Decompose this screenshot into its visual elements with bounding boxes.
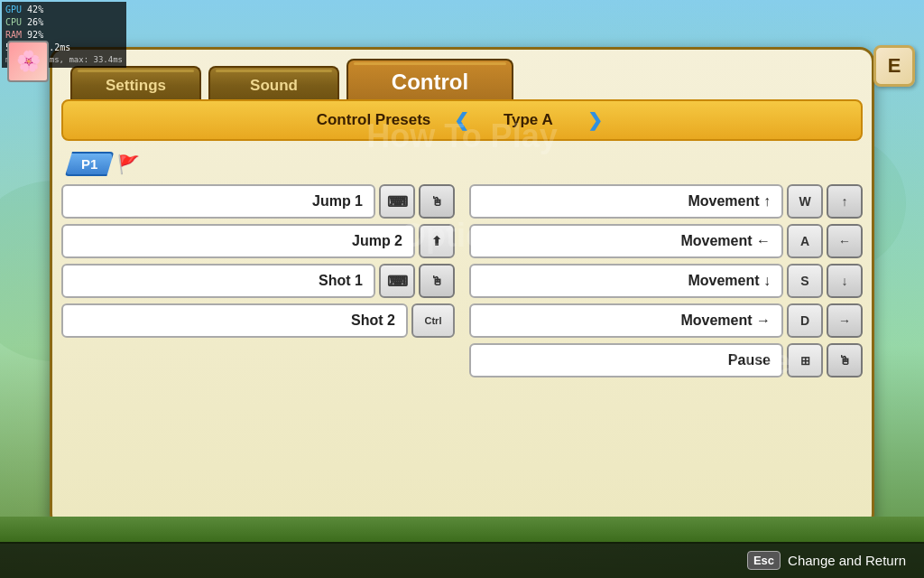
control-jump1-key2[interactable]: 🖱: [419, 184, 455, 219]
preset-right-arrow[interactable]: ❯: [582, 107, 607, 133]
control-pause-key2[interactable]: 🖱: [827, 343, 863, 378]
control-jump2-key1[interactable]: ⬆: [419, 224, 455, 258]
control-move-left-name: Movement ←: [469, 224, 783, 258]
control-jump1-name: Jump 1: [61, 184, 375, 219]
control-move-up: Movement ↑ W ↑: [469, 182, 863, 221]
control-jump1: Jump 1 ⌨ 🖱: [61, 182, 455, 221]
control-shot1-key1[interactable]: ⌨: [379, 264, 415, 298]
bottom-bar-action: Change and Return: [788, 553, 906, 568]
control-move-down-name: Movement ↓: [469, 264, 783, 298]
preset-value: Type A: [492, 111, 564, 129]
esc-badge: Esc: [747, 551, 781, 570]
tab-sound[interactable]: Sound: [208, 66, 339, 104]
avatar: 🌸: [7, 41, 49, 82]
preset-left-arrow[interactable]: ❮: [448, 107, 474, 133]
tab-settings[interactable]: Settings: [70, 66, 201, 104]
control-shot2-name: Shot 2: [61, 303, 408, 338]
panel-content: How To Play Options Title Control Preset…: [61, 99, 863, 517]
control-move-right-key1[interactable]: D: [787, 303, 823, 338]
control-jump2-name: Jump 2: [61, 224, 415, 258]
controls-grid: Jump 1 ⌨ 🖱 Jump 2 ⬆: [61, 182, 863, 380]
presets-bar: Control Presets ❮ Type A ❯: [61, 99, 863, 141]
tab-control[interactable]: Control: [346, 59, 513, 104]
p1-badge: P1: [65, 152, 114, 176]
presets-label: Control Presets: [317, 111, 431, 129]
control-pause-name: Pause: [469, 343, 783, 378]
control-move-left-key1[interactable]: A: [787, 224, 823, 258]
control-move-up-key2[interactable]: ↑: [827, 184, 863, 219]
control-move-down: Movement ↓ S ↓: [469, 261, 863, 301]
control-pause-key1[interactable]: ⊞: [787, 343, 823, 378]
control-jump2: Jump 2 ⬆: [61, 221, 455, 261]
control-move-up-key1[interactable]: W: [787, 184, 823, 219]
main-panel: Settings Sound Control How To Play Optio…: [50, 47, 874, 528]
tabs-container: Settings Sound Control: [52, 50, 872, 104]
control-move-down-key2[interactable]: ↓: [827, 264, 863, 298]
e-button[interactable]: E: [873, 45, 915, 87]
bottom-bar: Esc Change and Return: [0, 542, 924, 578]
p1-label-container: P1 🚩: [65, 152, 863, 176]
control-move-down-key1[interactable]: S: [787, 264, 823, 298]
grass-decoration: [0, 517, 924, 544]
control-move-left-key2[interactable]: ←: [827, 224, 863, 258]
control-jump1-key1[interactable]: ⌨: [379, 184, 415, 219]
control-move-right-name: Movement →: [469, 303, 783, 338]
control-move-right-key2[interactable]: →: [827, 303, 863, 338]
control-pause: Pause ⊞ 🖱: [469, 340, 863, 380]
control-move-up-name: Movement ↑: [469, 184, 783, 219]
controls-left-column: Jump 1 ⌨ 🖱 Jump 2 ⬆: [61, 182, 455, 380]
control-shot1-name: Shot 1: [61, 264, 375, 298]
controls-right-column: Movement ↑ W ↑ Movement ← A ← Moveme: [469, 182, 863, 380]
control-shot1-key2[interactable]: 🖱: [419, 264, 455, 298]
control-shot2-key1[interactable]: Ctrl: [411, 303, 455, 338]
control-move-right: Movement → D →: [469, 301, 863, 340]
control-shot1: Shot 1 ⌨ 🖱: [61, 261, 455, 301]
control-move-left: Movement ← A ←: [469, 221, 863, 261]
control-shot2: Shot 2 Ctrl: [61, 301, 455, 340]
